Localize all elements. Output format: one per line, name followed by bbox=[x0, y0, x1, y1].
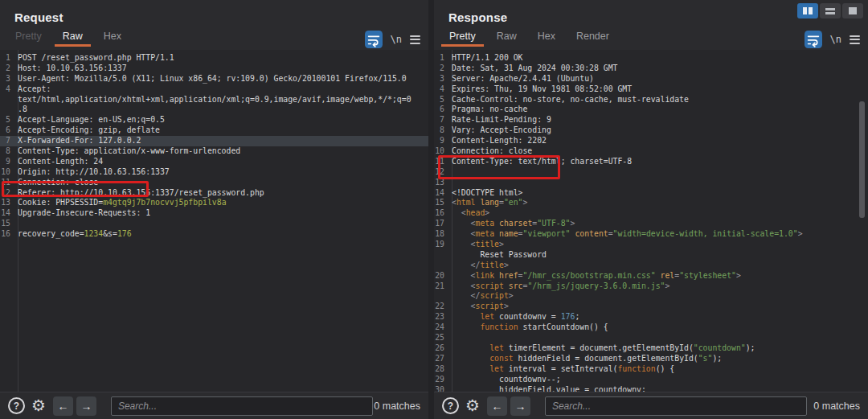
request-search-input[interactable] bbox=[111, 396, 373, 416]
split-rows-view-button[interactable] bbox=[820, 3, 841, 18]
code-line: 20 <link href="/hmr_css/bootstrap.min.cs… bbox=[434, 271, 868, 281]
line-number: 25 bbox=[434, 333, 448, 343]
code-line: 5Accept-Language: en-US,en;q=0.5 bbox=[0, 115, 428, 125]
request-tab-raw[interactable]: Raw bbox=[55, 27, 91, 47]
line-number: 21 bbox=[434, 281, 448, 292]
request-tab-icons: \n bbox=[365, 30, 420, 49]
line-number: 12 bbox=[434, 167, 448, 178]
code-line: 16recovery_code=1234&s=176 bbox=[0, 229, 428, 240]
line-number bbox=[434, 291, 448, 302]
help-icon[interactable]: ? bbox=[8, 397, 25, 414]
line-number bbox=[0, 105, 14, 115]
code-line: 28 let interval = setInterval(function()… bbox=[434, 364, 868, 375]
newline-toggle-icon[interactable]: \n bbox=[391, 34, 402, 45]
line-number: 13 bbox=[0, 198, 14, 208]
line-number: 27 bbox=[434, 354, 448, 364]
code-line: 12 bbox=[434, 167, 868, 178]
line-number: 17 bbox=[434, 219, 448, 229]
response-tab-pretty[interactable]: Pretty bbox=[441, 27, 484, 47]
line-number: 4 bbox=[434, 84, 448, 95]
code-line: 4Expires: Thu, 19 Nov 1981 08:52:00 GMT bbox=[434, 84, 868, 95]
code-line: 2Date: Sat, 31 Aug 2024 00:30:28 GMT bbox=[434, 64, 868, 74]
code-line: 9Content-Length: 2202 bbox=[434, 136, 868, 146]
line-number: 7 bbox=[434, 115, 448, 125]
line-number: 30 bbox=[434, 385, 448, 392]
menu-icon[interactable] bbox=[850, 35, 860, 44]
line-number: 15 bbox=[434, 198, 448, 208]
code-line: 5Cache-Control: no-store, no-cache, must… bbox=[434, 95, 868, 105]
gear-icon[interactable]: ⚙ bbox=[31, 397, 46, 414]
code-line: 14Upgrade-Insecure-Requests: 1 bbox=[0, 208, 428, 219]
vertical-scrollbar-thumb[interactable] bbox=[859, 101, 865, 218]
code-line: .8 bbox=[0, 105, 428, 115]
code-line: 27 const hiddenField = document.getEleme… bbox=[434, 354, 868, 364]
response-tab-render[interactable]: Render bbox=[568, 27, 617, 47]
line-number: 5 bbox=[434, 95, 448, 105]
code-line: 26 let timerElement = document.getElemen… bbox=[434, 343, 868, 354]
line-number bbox=[434, 250, 448, 261]
request-tab-hex[interactable]: Hex bbox=[96, 27, 129, 47]
code-line: 9Content-Length: 24 bbox=[0, 157, 428, 167]
search-next-button[interactable]: → bbox=[76, 396, 96, 416]
response-tab-icons: \n bbox=[805, 30, 860, 49]
code-line: 29 countdownv--; bbox=[434, 375, 868, 385]
request-match-count: 0 matches bbox=[374, 401, 420, 412]
line-number: 23 bbox=[434, 312, 448, 322]
search-next-button[interactable]: → bbox=[510, 396, 530, 416]
line-number: 8 bbox=[0, 146, 14, 157]
line-number: 29 bbox=[434, 375, 448, 385]
line-number: 4 bbox=[0, 84, 14, 95]
line-number: 14 bbox=[0, 208, 14, 219]
line-number: 11 bbox=[0, 178, 14, 188]
code-line: 18 <meta name="viewport" content="width=… bbox=[434, 229, 868, 240]
request-panel-title: Request bbox=[14, 10, 63, 24]
search-prev-button[interactable]: ← bbox=[487, 396, 507, 416]
line-number: 14 bbox=[434, 188, 448, 199]
code-line: 8Vary: Accept-Encoding bbox=[434, 125, 868, 136]
code-line: 4Accept: bbox=[0, 84, 428, 95]
line-number: 9 bbox=[434, 136, 448, 146]
code-line: 7X-Forwarded-For: 127.0.0.2 bbox=[0, 136, 428, 146]
help-icon[interactable]: ? bbox=[442, 397, 459, 414]
request-panel: Request PrettyRawHex \n 1POST /reset_pas… bbox=[0, 0, 428, 419]
line-number: 1 bbox=[0, 53, 14, 64]
code-line: 15 bbox=[0, 219, 428, 229]
menu-icon[interactable] bbox=[410, 35, 420, 44]
code-line: 11Content-Type: text/html; charset=UTF-8 bbox=[434, 157, 868, 167]
newline-toggle-icon[interactable]: \n bbox=[830, 34, 841, 45]
line-number: 24 bbox=[434, 322, 448, 333]
code-line: 10Origin: http://10.10.63.156:1337 bbox=[0, 167, 428, 178]
code-line: 1HTTP/1.1 200 OK bbox=[434, 53, 868, 64]
single-panel-view-button[interactable] bbox=[842, 3, 863, 18]
line-number: 16 bbox=[434, 208, 448, 219]
word-wrap-icon[interactable] bbox=[365, 31, 383, 48]
code-line: Reset Password bbox=[434, 250, 868, 261]
response-search-input[interactable] bbox=[545, 396, 807, 416]
line-number: 6 bbox=[0, 125, 14, 136]
response-searchbar: ? ⚙ ← → 0 matches bbox=[434, 392, 868, 419]
code-line: 21 <script src="/hrm_js/jquery-3.6.0.min… bbox=[434, 281, 868, 292]
code-line: </title> bbox=[434, 261, 868, 271]
code-line: text/html,application/xhtml+xml,applicat… bbox=[0, 95, 428, 105]
response-tab-hex[interactable]: Hex bbox=[530, 27, 563, 47]
line-number: 9 bbox=[0, 157, 14, 167]
code-line: 23 let countdownv = 176; bbox=[434, 312, 868, 322]
line-number: 20 bbox=[434, 271, 448, 281]
search-prev-button[interactable]: ← bbox=[53, 396, 73, 416]
response-editor[interactable]: 1HTTP/1.1 200 OK2Date: Sat, 31 Aug 2024 … bbox=[434, 50, 868, 392]
request-editor[interactable]: 1POST /reset_password.php HTTP/1.12Host:… bbox=[0, 50, 428, 392]
layout-view-toggle bbox=[797, 3, 863, 18]
request-tabbar: PrettyRawHex \n bbox=[0, 27, 428, 48]
line-number: 12 bbox=[0, 188, 14, 199]
code-line: 15<html lang="en"> bbox=[434, 198, 868, 208]
gear-icon[interactable]: ⚙ bbox=[465, 397, 480, 414]
code-line: 13Cookie: PHPSESSID=m4gtq9j7b7nocvvj5pfb… bbox=[0, 198, 428, 208]
code-line: 19 <title> bbox=[434, 240, 868, 250]
response-tab-raw[interactable]: Raw bbox=[489, 27, 525, 47]
line-number: 22 bbox=[434, 302, 448, 312]
word-wrap-icon[interactable] bbox=[805, 31, 822, 48]
line-number: 19 bbox=[434, 240, 448, 250]
line-number: 10 bbox=[0, 167, 14, 178]
split-columns-view-button[interactable] bbox=[797, 3, 818, 18]
code-line: 16 <head> bbox=[434, 208, 868, 219]
